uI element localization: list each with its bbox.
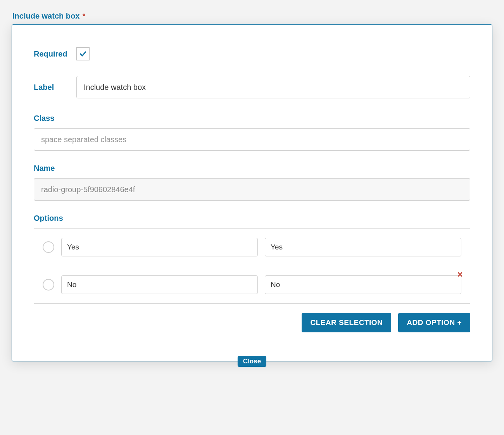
- option-row: [34, 228, 470, 266]
- add-option-button[interactable]: ADD OPTION +: [398, 313, 470, 332]
- options-block: Options ✕ CLEAR SELECTION: [34, 214, 470, 332]
- class-field-label: Class: [34, 114, 470, 123]
- option-label-input[interactable]: [61, 238, 258, 256]
- option-value-input[interactable]: [265, 275, 461, 294]
- remove-option-button[interactable]: ✕: [455, 270, 464, 279]
- class-input[interactable]: [34, 128, 470, 151]
- required-asterisk: *: [83, 12, 85, 20]
- panel-title-text: Include watch box: [12, 12, 79, 20]
- label-field-label: Label: [34, 83, 76, 92]
- name-field-label: Name: [34, 164, 470, 173]
- close-icon: ✕: [457, 270, 463, 279]
- name-input[interactable]: [34, 178, 470, 201]
- option-radio[interactable]: [43, 241, 54, 253]
- required-checkbox[interactable]: [76, 47, 90, 60]
- label-row: Label: [34, 76, 470, 98]
- close-button[interactable]: Close: [238, 356, 266, 367]
- label-input[interactable]: [76, 76, 470, 98]
- panel-title: Include watch box *: [12, 12, 492, 21]
- option-radio[interactable]: [43, 279, 54, 291]
- name-block: Name: [34, 164, 470, 201]
- options-actions: CLEAR SELECTION ADD OPTION +: [34, 313, 470, 332]
- clear-selection-button[interactable]: CLEAR SELECTION: [302, 313, 391, 332]
- field-editor-panel: Required Label Class Name Options: [12, 24, 492, 361]
- option-value-input[interactable]: [265, 238, 461, 256]
- class-block: Class: [34, 114, 470, 151]
- options-list: ✕: [34, 228, 470, 304]
- options-field-label: Options: [34, 214, 470, 223]
- option-row: ✕: [34, 266, 470, 304]
- check-icon: [79, 50, 87, 58]
- required-row: Required: [34, 47, 470, 60]
- required-label: Required: [34, 50, 76, 58]
- option-label-input[interactable]: [61, 275, 258, 294]
